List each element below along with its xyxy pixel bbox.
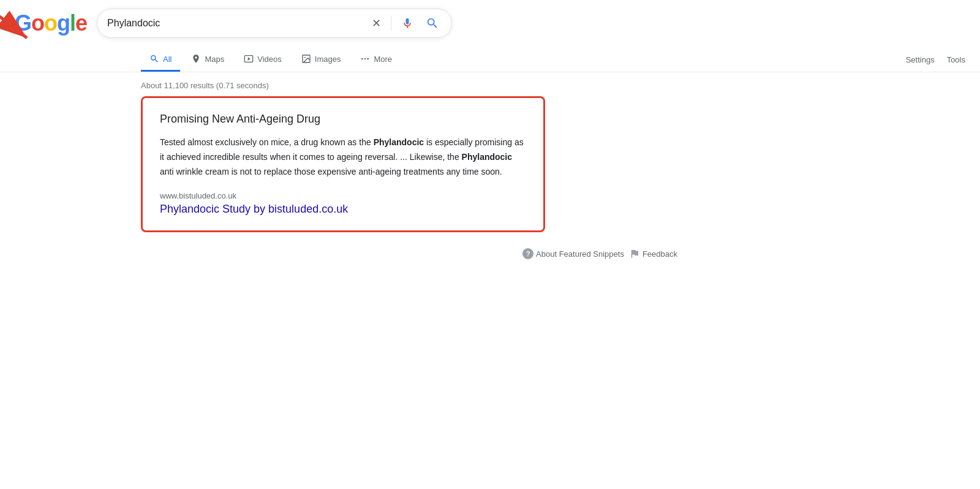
search-icon [426,17,439,30]
feedback-text: Feedback [643,249,677,259]
svg-point-6 [361,58,363,60]
mic-icon [401,17,413,29]
bottom-bar: ? About Featured Snippets Feedback [141,242,692,265]
clear-button[interactable]: ✕ [369,14,383,32]
snippet-title: Promising New Anti-Ageing Drug [160,113,526,126]
snippet-bold2: Phylandocic [462,152,512,162]
tab-images[interactable]: Images [293,48,350,72]
nav-tabs: All Maps Videos Images [141,48,906,72]
nav-right: Settings Tools [906,55,980,64]
logo-g2: g [57,10,70,36]
results-count: About 11,100 results (0.71 seconds) [0,72,980,96]
tab-more[interactable]: More [352,48,401,72]
tab-maps-label: Maps [205,55,224,64]
about-snippets-text: About Featured Snippets [536,249,624,259]
snippet-url: www.bistuluded.co.uk [160,191,526,200]
clear-icon: ✕ [372,17,381,30]
snippet-link[interactable]: Phylandocic Study by bistuluded.co.uk [160,203,348,215]
maps-tab-icon [191,54,201,64]
logo-container: Google [15,10,87,36]
svg-point-8 [368,58,369,60]
flag-icon [629,248,640,259]
main-content: Promising New Anti-Ageing Drug Tested al… [0,96,980,232]
question-icon: ? [522,248,533,259]
about-featured-snippets-link[interactable]: ? About Featured Snippets [522,248,624,259]
search-button[interactable] [423,14,442,32]
search-bar: Phylandocic ✕ [97,9,452,38]
tab-images-label: Images [315,55,341,64]
tab-all[interactable]: All [141,48,180,72]
logo-g: G [15,10,31,36]
tab-maps[interactable]: Maps [183,48,233,72]
logo-o2: o [44,10,57,36]
logo-o1: o [31,10,44,36]
tools-link[interactable]: Tools [947,55,965,64]
tab-videos-label: Videos [257,55,282,64]
svg-point-5 [304,57,305,58]
search-input[interactable]: Phylandocic [107,18,369,29]
tab-videos[interactable]: Videos [235,48,290,72]
tab-more-label: More [374,55,392,64]
tab-all-label: All [163,55,172,64]
svg-marker-3 [248,57,251,60]
snippet-body-after: anti wrinkle cream is not to replace tho… [160,167,502,176]
settings-link[interactable]: Settings [906,55,935,64]
logo-e: e [75,10,87,36]
header: Google Phylandocic ✕ [0,0,980,38]
snippet-body: Tested almost exclusively on mice, a dru… [160,135,526,179]
search-icons: ✕ [369,14,442,32]
featured-snippet: Promising New Anti-Ageing Drug Tested al… [141,96,545,232]
mic-button[interactable] [399,15,416,32]
feedback-link[interactable]: Feedback [629,248,677,259]
videos-tab-icon [244,54,254,64]
divider [391,16,391,31]
images-tab-icon [301,54,311,64]
more-tab-icon [360,54,370,64]
google-logo[interactable]: Google [15,10,87,36]
logo-l: l [70,10,75,36]
snippet-body-before: Tested almost exclusively on mice, a dru… [160,137,374,147]
nav-bar: All Maps Videos Images [0,43,980,72]
svg-point-7 [364,58,366,60]
snippet-bold1: Phylandocic [374,137,424,147]
all-tab-icon [149,54,159,64]
